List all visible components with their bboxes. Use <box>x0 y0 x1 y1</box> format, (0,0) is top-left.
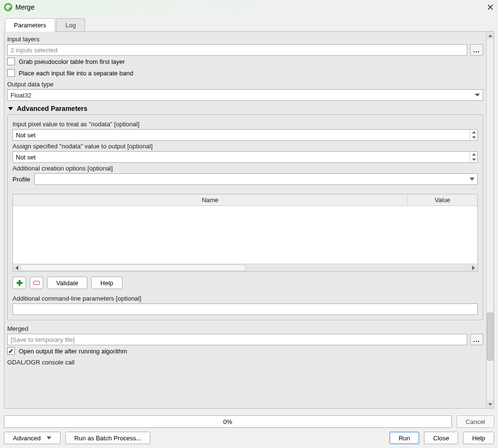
close-icon[interactable] <box>486 3 494 11</box>
close-button[interactable]: Close <box>424 432 458 444</box>
plus-icon: ✚ <box>16 278 23 288</box>
input-nodata-label: Input pixel value to treat as "nodata" [… <box>12 121 478 128</box>
input-layers-browse-button[interactable]: ... <box>470 44 483 56</box>
add-row-button[interactable]: ✚ <box>12 277 26 289</box>
svg-rect-1 <box>9 8 11 9</box>
additional-cmd-label: Additional command-line parameters [opti… <box>12 295 478 302</box>
merged-label: Merged <box>7 325 483 332</box>
advanced-box: Input pixel value to treat as "nodata" [… <box>7 114 483 320</box>
validate-button[interactable]: Validate <box>47 277 87 289</box>
pseudocolor-checkbox[interactable] <box>7 58 15 65</box>
additional-cmd-field[interactable] <box>12 303 478 315</box>
scroll-up-button[interactable] <box>487 32 494 39</box>
spin-up-button[interactable] <box>470 130 477 135</box>
chevron-down-icon <box>475 94 480 97</box>
help-button[interactable]: Help <box>463 432 494 444</box>
scroll-thumb[interactable] <box>487 313 493 361</box>
scroll-thumb[interactable] <box>21 265 245 271</box>
merged-output-field[interactable] <box>7 334 467 345</box>
spin-down-button[interactable] <box>470 157 477 162</box>
open-output-label: Open output file after running algorithm <box>19 348 127 355</box>
tab-parameters[interactable]: Parameters <box>5 18 55 32</box>
creation-options-table: Name Value <box>12 194 478 272</box>
progress-bar: 0% <box>4 415 452 428</box>
advanced-header-label: Advanced Parameters <box>17 105 87 112</box>
panel-vscrollbar[interactable] <box>486 32 494 408</box>
separate-band-checkbox-row[interactable]: Place each input file into a separate ba… <box>7 69 483 77</box>
chevron-down-icon <box>470 178 474 181</box>
profile-label: Profile <box>12 176 30 183</box>
pseudocolor-label: Grab pseudocolor table from first layer <box>19 58 125 65</box>
footer: 0% Cancel Advanced Run as Batch Process.… <box>0 412 498 448</box>
tab-strip: Parameters Log <box>5 18 494 32</box>
open-output-checkbox[interactable] <box>7 347 15 355</box>
table-body[interactable] <box>13 206 477 264</box>
qgis-icon <box>4 3 12 12</box>
spin-up-button[interactable] <box>470 152 477 157</box>
assign-nodata-value: Not set <box>13 154 470 161</box>
chevron-down-icon <box>47 436 51 439</box>
assign-nodata-label: Assign specified "nodata" value to outpu… <box>12 143 478 150</box>
scroll-right-button[interactable] <box>470 264 477 271</box>
run-batch-button[interactable]: Run as Batch Process... <box>65 432 150 444</box>
input-nodata-value: Not set <box>13 132 470 139</box>
run-button[interactable]: Run <box>389 432 419 444</box>
additional-creation-label: Additional creation options [optional] <box>12 165 478 172</box>
assign-nodata-field[interactable]: Not set <box>12 151 478 163</box>
spin-down-button[interactable] <box>470 135 477 140</box>
scroll-down-button[interactable] <box>487 401 494 408</box>
table-header-value[interactable]: Value <box>408 194 477 206</box>
advanced-toggle[interactable]: Advanced Parameters <box>7 105 483 112</box>
window-title: Merge <box>15 3 35 11</box>
progress-text: 0% <box>223 418 232 425</box>
chevron-down-icon <box>8 107 13 110</box>
table-hscrollbar[interactable] <box>13 264 477 271</box>
advanced-menu-button[interactable]: Advanced <box>4 432 61 444</box>
output-data-type-value: Float32 <box>11 92 472 99</box>
input-layers-label: Input layers <box>7 36 483 43</box>
open-output-checkbox-row[interactable]: Open output file after running algorithm <box>7 347 483 355</box>
table-header-name[interactable]: Name <box>13 194 408 206</box>
help-small-button[interactable]: Help <box>91 277 122 289</box>
parameters-panel: Input layers ... Grab pseudocolor table … <box>4 31 494 409</box>
gdal-call-label: GDAL/OGR console call <box>7 359 483 366</box>
output-data-type-label: Output data type <box>7 81 483 88</box>
merged-browse-button[interactable]: ... <box>470 334 483 345</box>
scroll-left-button[interactable] <box>13 264 21 271</box>
titlebar: Merge <box>0 0 498 14</box>
output-data-type-dropdown[interactable]: Float32 <box>7 89 483 101</box>
svg-point-0 <box>5 4 12 11</box>
pseudocolor-checkbox-row[interactable]: Grab pseudocolor table from first layer <box>7 58 483 65</box>
remove-row-button[interactable] <box>30 277 43 289</box>
separate-band-label: Place each input file into a separate ba… <box>19 70 134 77</box>
input-layers-field[interactable] <box>7 44 467 56</box>
cancel-button[interactable]: Cancel <box>457 415 494 428</box>
advanced-menu-label: Advanced <box>13 435 41 442</box>
input-nodata-field[interactable]: Not set <box>12 129 478 141</box>
separate-band-checkbox[interactable] <box>7 69 15 77</box>
tab-log[interactable]: Log <box>56 18 85 32</box>
minus-icon <box>33 281 40 285</box>
profile-dropdown[interactable] <box>34 173 478 185</box>
